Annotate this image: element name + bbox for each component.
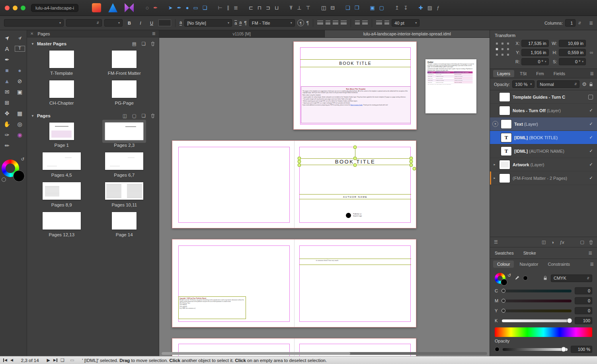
collapse-pages-icon[interactable]: ▼ xyxy=(31,114,34,118)
dedication-frame[interactable]: Here is a sample dedication to someone w… xyxy=(299,259,411,265)
tab-colour[interactable]: Colour xyxy=(493,261,514,268)
node-tool[interactable]: ➢ xyxy=(15,33,24,43)
title-text-frame-p1[interactable]: BOOK TITLE xyxy=(300,59,411,67)
text-colour-swatch[interactable] xyxy=(158,19,171,26)
text-flow-handle[interactable] xyxy=(413,167,416,171)
data-merge-tool[interactable]: ✉ xyxy=(3,89,11,95)
layer-row-template-guides[interactable]: Template Guides - Turn C xyxy=(490,90,597,104)
tab-frames[interactable]: Frm xyxy=(532,70,548,77)
tab-text-styles[interactable]: TSt xyxy=(516,70,531,77)
picked-colour-dot[interactable] xyxy=(523,276,528,280)
justify-icon[interactable] xyxy=(341,21,347,25)
page-thumb-2-3[interactable]: Pages 2,3 xyxy=(93,123,156,148)
layer-visibility-checkbox[interactable]: ✓ xyxy=(588,121,594,127)
align-baseline-icon[interactable]: ⊥ xyxy=(297,5,301,10)
ellipse-tool[interactable]: ● xyxy=(16,68,24,73)
page-thumb-12-13[interactable]: Pages 12,13 xyxy=(30,212,93,237)
colour-slider-track[interactable] xyxy=(502,290,572,292)
tab-layers[interactable]: Layers xyxy=(493,70,514,77)
colour-slider-handle[interactable] xyxy=(567,318,572,323)
snapping-icon[interactable]: ✚ xyxy=(419,5,423,10)
justify-left-icon[interactable] xyxy=(355,21,360,25)
tab-swatches[interactable]: Swatches xyxy=(495,251,514,255)
numbered-list-icon[interactable] xyxy=(384,21,389,25)
zoom-tool[interactable]: ◎ xyxy=(16,121,24,127)
picture-frame-tool[interactable]: ▣ xyxy=(16,89,24,95)
opacity-slider-handle[interactable] xyxy=(561,347,566,352)
duplicate-master-page-icon[interactable]: ❏ xyxy=(142,41,146,47)
move-forward-icon[interactable]: ↥ xyxy=(395,5,399,10)
colour-mode-dropdown[interactable]: CMYK⇵ xyxy=(551,274,592,282)
layer-visibility-checkbox[interactable]: ✓ xyxy=(588,162,594,167)
layer-row-text[interactable]: ▾ Text (Layer) ✓ xyxy=(490,117,597,131)
font-family-dropdown[interactable]: ▾ xyxy=(4,19,64,27)
template-note-frame[interactable]: Note About This Template The pages in th… xyxy=(301,86,411,123)
colour-slider-handle[interactable] xyxy=(501,289,505,293)
pen-tool[interactable]: ✒ xyxy=(3,57,11,62)
copyright-frame[interactable]: Copyright © 2021 by (Your Publisher Name… xyxy=(178,296,246,319)
colour-menu-icon[interactable]: ≣ xyxy=(590,261,594,267)
colour-slider-value[interactable]: 0 xyxy=(575,287,592,294)
colour-slider-value[interactable]: 100 xyxy=(575,317,592,324)
column-guides-icon[interactable]: ∥ xyxy=(227,5,230,10)
minimize-window-button[interactable] xyxy=(13,6,18,10)
next-spread-button[interactable]: ▶ xyxy=(47,358,50,362)
layer-visibility-checkbox[interactable]: ✓ xyxy=(588,148,594,154)
group-icon[interactable]: ❑ xyxy=(345,5,350,10)
colour-slider-track[interactable] xyxy=(502,319,572,322)
horizontal-scrollbar-thumb[interactable] xyxy=(162,352,350,355)
selection-handle-mid-left[interactable] xyxy=(298,160,301,164)
insert-behind-icon[interactable]: ▢ xyxy=(379,5,384,10)
flip-vertical-icon[interactable]: ⊟ xyxy=(330,5,335,10)
layer-row-idml-book-title[interactable]: [IDML] (BOOK TITLE) ✓ xyxy=(490,131,597,144)
selection-handle-bottom-left[interactable] xyxy=(298,164,301,167)
text-style-dropdown[interactable]: FM - Title▾ xyxy=(249,19,295,27)
pilcrow-icon[interactable]: ¶ xyxy=(244,20,246,26)
stroke-colour-swatch[interactable] xyxy=(2,177,6,182)
doc-tab-v1105[interactable]: v1105 [M] xyxy=(159,30,324,37)
italic-button[interactable]: I xyxy=(136,19,145,27)
colour-slider-value[interactable]: 0 xyxy=(575,297,592,304)
colour-slider-handle[interactable] xyxy=(501,299,505,303)
colour-slider-track[interactable] xyxy=(502,309,572,312)
pages-header[interactable]: ▼ Pages ◫ ▢ ❏ xyxy=(27,109,159,121)
last-spread-button[interactable]: ▶ xyxy=(53,358,57,362)
effects-icon[interactable]: ƒ xyxy=(437,5,439,10)
align-cap-icon[interactable]: ⊤ xyxy=(306,5,310,10)
opacity-slider-track[interactable] xyxy=(503,348,568,351)
pencil-tool[interactable]: ✏ xyxy=(3,143,11,148)
layers-panel-menu-icon[interactable]: ≣ xyxy=(590,71,594,76)
align-left-icon[interactable] xyxy=(317,21,323,25)
page-thumb-1[interactable]: Page 1 xyxy=(30,123,93,148)
triangle-tool[interactable]: ▲ xyxy=(3,78,11,84)
guides-icon[interactable]: ⊢ xyxy=(218,5,222,10)
lock-colour-icon[interactable] xyxy=(543,276,547,280)
frame-text-tool[interactable]: T xyxy=(15,46,25,52)
align-right-icon[interactable]: ⊐ xyxy=(266,5,270,10)
first-spread-button[interactable]: ◀ xyxy=(3,358,7,362)
preview-mode-icon[interactable]: ▭ xyxy=(70,358,74,363)
collapse-master-pages-icon[interactable]: ▼ xyxy=(31,42,34,46)
columns-value-field[interactable]: 1 xyxy=(565,19,576,27)
reset-colour-icon[interactable]: ↺ xyxy=(507,273,511,278)
page-thumb-10-11[interactable]: Pages 10,11 xyxy=(93,182,156,207)
selection-handle-top-center[interactable] xyxy=(353,157,357,160)
page-thumb-14[interactable]: Page 14 xyxy=(93,212,156,237)
rectangle-icon[interactable]: ▭ xyxy=(193,5,198,10)
collapse-layer-icon[interactable]: ▾ xyxy=(492,121,498,127)
photo-persona-icon[interactable] xyxy=(125,3,134,12)
page-thumb-8-9[interactable]: Pages 8,9 xyxy=(30,182,93,207)
font-size-stepper[interactable]: ▾ xyxy=(104,19,123,27)
align-center-icon[interactable] xyxy=(326,21,330,25)
ellipse-icon[interactable]: ● xyxy=(186,5,189,10)
spread-pages-2-3[interactable]: BOOK TITLE AUTHOR NAME xyxy=(172,140,416,228)
ungroup-icon[interactable]: ❒ xyxy=(355,5,359,10)
mask-layer-icon[interactable]: ◫ xyxy=(542,239,546,245)
expand-layer-icon[interactable]: ▸ xyxy=(492,163,497,166)
insert-inside-icon[interactable]: ▣ xyxy=(370,5,375,10)
zoom-window-button[interactable] xyxy=(21,6,25,10)
colour-spectrum-bar[interactable] xyxy=(495,327,592,337)
eyedropper-icon[interactable] xyxy=(515,276,519,280)
paragraph-direction-icon[interactable]: ¶ xyxy=(297,19,304,26)
delete-layer-icon[interactable] xyxy=(589,240,593,245)
